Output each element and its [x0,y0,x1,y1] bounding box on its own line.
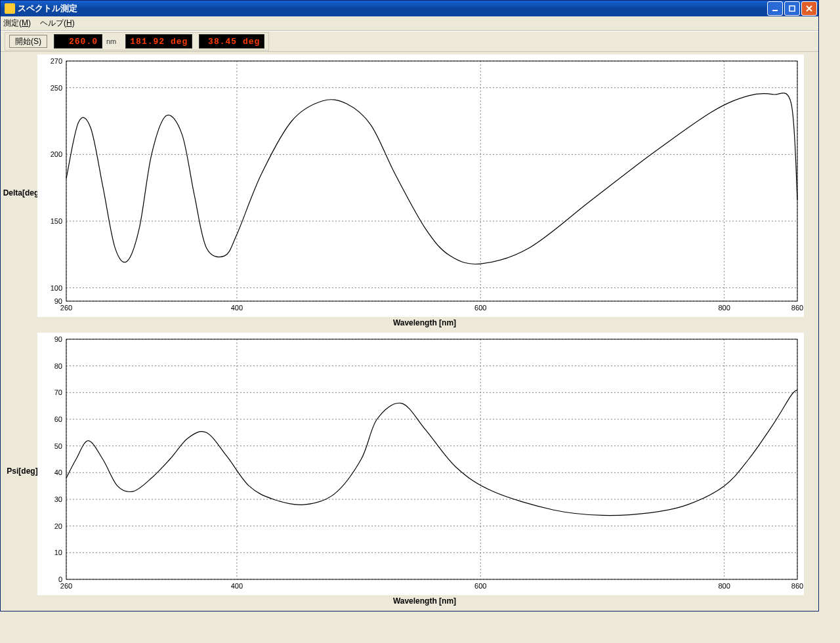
svg-text:150: 150 [51,217,62,225]
readout-wavelength: 260.0 [54,34,102,49]
titlebar[interactable]: スペクトル測定 [1,1,818,16]
close-button[interactable] [801,1,817,16]
svg-text:250: 250 [51,84,62,92]
svg-text:860: 860 [791,304,803,312]
svg-text:100: 100 [51,284,62,292]
window-title: スペクトル測定 [18,3,77,14]
menu-measure[interactable]: 測定(M) [3,18,31,29]
plot-area: Delta[deg] 90100150200250270260400600800… [1,52,818,610]
readout-wavelength-unit: nm [106,37,116,45]
plot-delta[interactable]: 90100150200250270260400600800860 [37,54,804,317]
plot-delta-xlabel: Wavelength [nm] [37,317,812,331]
readout-delta: 181.92 deg [125,34,192,49]
svg-text:400: 400 [231,304,243,312]
svg-text:80: 80 [54,362,62,370]
menu-help[interactable]: ヘルプ(H) [40,18,75,29]
plot-psi-xlabel: Wavelength [nm] [37,595,812,610]
app-window: スペクトル測定 測定(M) ヘルプ(H) 開始(S) 260.0 nm 181.… [0,0,819,612]
svg-text:30: 30 [54,495,62,503]
svg-text:200: 200 [51,150,62,158]
plot-psi-wrap: Psi[deg] 0102030405060708090260400600800… [7,333,812,610]
plot-delta-ylabel: Delta[deg] [7,54,37,331]
maximize-icon [789,5,795,12]
svg-text:400: 400 [231,582,243,590]
svg-text:600: 600 [474,304,486,312]
svg-text:20: 20 [54,522,62,530]
menubar: 測定(M) ヘルプ(H) [1,16,818,31]
minimize-button[interactable] [767,1,783,16]
svg-text:70: 70 [54,388,62,396]
readout-psi: 38.45 deg [199,34,264,49]
svg-text:260: 260 [60,582,72,590]
plot-psi-ylabel: Psi[deg] [7,333,37,610]
minimize-icon [772,5,778,12]
svg-rect-15 [66,61,797,301]
svg-text:50: 50 [54,442,62,450]
svg-text:260: 260 [60,304,72,312]
plot-psi[interactable]: 0102030405060708090260400600800860 [37,333,804,595]
svg-text:600: 600 [474,582,486,590]
svg-text:90: 90 [54,335,62,343]
svg-text:60: 60 [54,415,62,423]
maximize-button[interactable] [784,1,800,16]
start-button[interactable]: 開始(S) [9,35,47,48]
toolbar: 開始(S) 260.0 nm 181.92 deg 38.45 deg [1,31,818,52]
svg-text:10: 10 [54,549,62,556]
close-icon [806,5,812,12]
toolbar-inner: 開始(S) 260.0 nm 181.92 deg 38.45 deg [5,32,269,51]
plot-delta-wrap: Delta[deg] 90100150200250270260400600800… [7,54,812,331]
svg-text:40: 40 [54,468,62,476]
svg-text:800: 800 [718,582,730,590]
svg-text:800: 800 [718,304,730,312]
svg-text:860: 860 [791,582,803,590]
svg-rect-42 [66,339,797,579]
svg-rect-1 [789,6,795,11]
app-icon [5,3,15,14]
svg-text:270: 270 [51,57,62,65]
